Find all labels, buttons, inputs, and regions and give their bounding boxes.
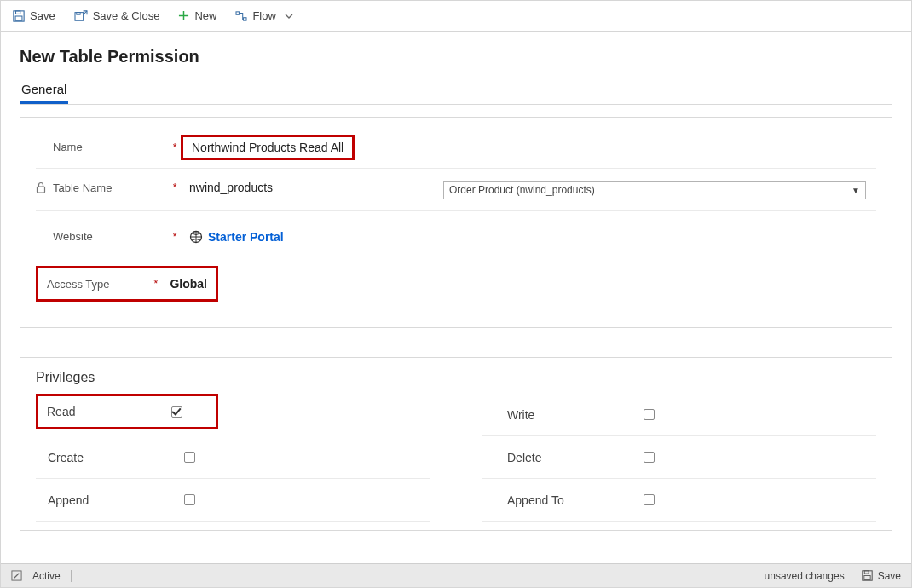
new-label: New (194, 9, 216, 22)
flow-label: Flow (252, 9, 275, 22)
new-button[interactable]: New (178, 9, 216, 22)
table-name-value: nwind_products (181, 181, 273, 194)
command-bar: Save Save & Close New Flow (1, 1, 911, 32)
flow-button[interactable]: Flow (235, 9, 292, 22)
priv-delete-checkbox[interactable] (644, 452, 655, 463)
table-name-label: Table Name (53, 182, 112, 194)
chevron-down-icon (285, 14, 293, 19)
name-field[interactable]: Northwind Products Read All (181, 135, 876, 160)
table-dropdown-selected: Order Product (nwind_products) (449, 184, 595, 196)
access-type-label: Access Type (47, 278, 109, 291)
required-asterisk: * (150, 278, 161, 290)
status-bar: Active unsaved changes Save (1, 563, 911, 587)
table-name-dropdown[interactable]: Order Product (nwind_products) ▼ (443, 181, 866, 199)
required-asterisk: * (169, 141, 181, 153)
priv-append-checkbox[interactable] (184, 494, 195, 505)
priv-appendto-label: Append To (507, 493, 644, 507)
priv-append-label: Append (48, 493, 184, 507)
access-type-value: Global (170, 277, 207, 291)
priv-append-row: Append (36, 479, 430, 522)
priv-write-checkbox[interactable] (644, 409, 655, 420)
save-icon (862, 570, 873, 581)
privileges-title: Privileges (36, 370, 876, 385)
website-field[interactable]: Starter Portal (181, 230, 428, 244)
status-save-button[interactable]: Save (862, 570, 901, 582)
access-type-highlight: Access Type * Global (36, 266, 218, 302)
dropdown-caret-icon: ▼ (851, 186, 860, 195)
website-link[interactable]: Starter Portal (208, 230, 284, 244)
save-close-label: Save & Close (93, 9, 160, 22)
table-name-field[interactable]: nwind_products (181, 181, 428, 194)
edit-icon[interactable] (11, 570, 22, 581)
status-save-label: Save (878, 570, 901, 582)
globe-icon (189, 230, 203, 244)
lock-icon (36, 182, 46, 193)
save-close-button[interactable]: Save & Close (74, 9, 160, 22)
tab-general[interactable]: General (20, 78, 68, 104)
required-asterisk: * (169, 231, 181, 243)
save-label: Save (30, 9, 55, 22)
flow-icon (235, 11, 247, 21)
priv-write-row: Write (482, 394, 876, 436)
priv-create-checkbox[interactable] (184, 452, 195, 463)
priv-delete-label: Delete (507, 451, 644, 464)
website-label: Website (53, 230, 93, 243)
tab-row: General (20, 78, 892, 105)
priv-create-row: Create (36, 436, 430, 479)
svg-rect-7 (38, 187, 45, 193)
name-value-highlight: Northwind Products Read All (181, 135, 355, 160)
priv-delete-row: Delete (482, 436, 876, 479)
svg-rect-4 (76, 12, 79, 14)
svg-rect-1 (16, 10, 20, 14)
access-type-field[interactable]: Global (161, 277, 207, 291)
priv-read-label: Read (47, 405, 171, 418)
save-button[interactable]: Save (13, 9, 55, 22)
svg-rect-5 (236, 11, 239, 14)
svg-rect-6 (244, 17, 246, 20)
priv-write-label: Write (507, 408, 644, 422)
general-panel: Name * Northwind Products Read All (20, 117, 892, 328)
priv-appendto-checkbox[interactable] (644, 494, 655, 505)
status-separator (71, 570, 72, 582)
priv-read-row: Read (36, 394, 430, 436)
privileges-panel: Privileges Read Write Create (20, 357, 892, 531)
name-value: Northwind Products Read All (192, 141, 343, 154)
save-icon (13, 10, 25, 22)
svg-rect-12 (863, 576, 869, 580)
priv-appendto-row: Append To (482, 479, 876, 522)
main-content[interactable]: New Table Permission General Name * Nort… (1, 32, 911, 563)
status-active: Active (32, 570, 61, 582)
priv-read-checkbox[interactable] (171, 406, 182, 418)
page-title: New Table Permission (20, 47, 892, 66)
svg-rect-2 (15, 16, 22, 20)
status-unsaved: unsaved changes (765, 570, 845, 582)
required-asterisk: * (169, 182, 181, 193)
plus-icon (178, 10, 189, 21)
priv-create-label: Create (48, 451, 184, 464)
save-close-icon (74, 10, 88, 22)
name-label: Name (53, 141, 83, 153)
